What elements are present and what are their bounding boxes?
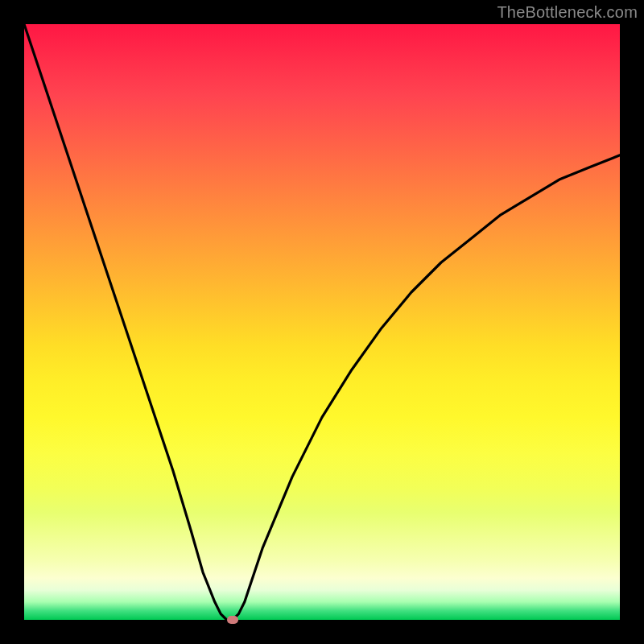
optimum-marker (227, 616, 238, 624)
curve-path (24, 24, 620, 620)
plot-area (24, 24, 620, 620)
chart-frame: TheBottleneck.com (0, 0, 644, 644)
watermark-text: TheBottleneck.com (497, 3, 638, 22)
bottleneck-curve (24, 24, 620, 620)
